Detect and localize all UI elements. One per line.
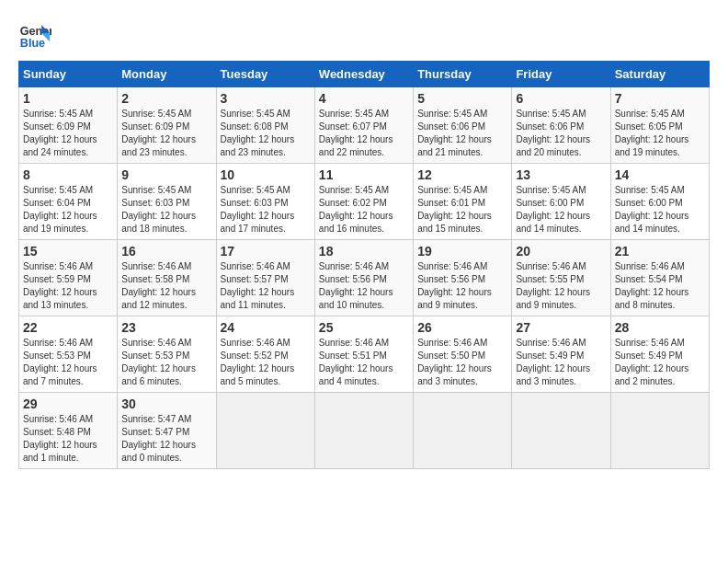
table-row — [216, 393, 314, 469]
day-number: 16 — [121, 244, 211, 259]
day-info: Sunrise: 5:45 AMSunset: 6:03 PMDaylight:… — [121, 185, 196, 234]
day-number: 27 — [516, 320, 606, 335]
day-number: 21 — [615, 244, 705, 259]
calendar-week-row: 1 Sunrise: 5:45 AMSunset: 6:09 PMDayligh… — [19, 87, 710, 164]
day-info: Sunrise: 5:45 AMSunset: 6:09 PMDaylight:… — [121, 109, 196, 157]
day-number: 25 — [319, 320, 409, 335]
day-number: 24 — [221, 320, 311, 335]
table-row — [414, 393, 512, 469]
table-row: 23 Sunrise: 5:46 AMSunset: 5:53 PMDaylig… — [118, 316, 216, 393]
svg-text:Blue: Blue — [20, 37, 45, 50]
day-number: 22 — [23, 320, 113, 335]
table-row — [512, 393, 610, 469]
table-row: 30 Sunrise: 5:47 AMSunset: 5:47 PMDaylig… — [118, 393, 216, 469]
table-row: 3 Sunrise: 5:45 AMSunset: 6:08 PMDayligh… — [216, 87, 314, 164]
day-info: Sunrise: 5:45 AMSunset: 6:03 PMDaylight:… — [221, 185, 295, 234]
table-row: 14 Sunrise: 5:45 AMSunset: 6:00 PMDaylig… — [610, 164, 709, 240]
table-row: 28 Sunrise: 5:46 AMSunset: 5:49 PMDaylig… — [610, 316, 709, 393]
day-number: 30 — [121, 396, 211, 411]
day-number: 12 — [417, 167, 507, 182]
col-friday: Friday — [512, 62, 610, 87]
table-row: 24 Sunrise: 5:46 AMSunset: 5:52 PMDaylig… — [216, 316, 314, 393]
col-thursday: Thursday — [414, 62, 512, 87]
table-row: 20 Sunrise: 5:46 AMSunset: 5:55 PMDaylig… — [512, 240, 610, 316]
table-row: 5 Sunrise: 5:45 AMSunset: 6:06 PMDayligh… — [414, 87, 512, 164]
day-number: 2 — [121, 91, 211, 106]
day-info: Sunrise: 5:45 AMSunset: 6:07 PMDaylight:… — [319, 109, 393, 157]
calendar-week-row: 15 Sunrise: 5:46 AMSunset: 5:59 PMDaylig… — [19, 240, 710, 316]
table-row: 12 Sunrise: 5:45 AMSunset: 6:01 PMDaylig… — [414, 164, 512, 240]
col-wednesday: Wednesday — [314, 62, 413, 87]
day-info: Sunrise: 5:45 AMSunset: 6:04 PMDaylight:… — [23, 185, 97, 234]
day-info: Sunrise: 5:45 AMSunset: 6:06 PMDaylight:… — [417, 109, 492, 157]
day-number: 7 — [615, 91, 705, 106]
table-row: 18 Sunrise: 5:46 AMSunset: 5:56 PMDaylig… — [314, 240, 413, 316]
day-number: 5 — [417, 91, 507, 106]
day-info: Sunrise: 5:46 AMSunset: 5:59 PMDaylight:… — [23, 261, 97, 310]
day-info: Sunrise: 5:47 AMSunset: 5:47 PMDaylight:… — [121, 414, 196, 463]
table-row: 2 Sunrise: 5:45 AMSunset: 6:09 PMDayligh… — [118, 87, 216, 164]
calendar-header-row: Sunday Monday Tuesday Wednesday Thursday… — [19, 62, 710, 87]
day-info: Sunrise: 5:46 AMSunset: 5:49 PMDaylight:… — [615, 338, 689, 386]
table-row: 27 Sunrise: 5:46 AMSunset: 5:49 PMDaylig… — [512, 316, 610, 393]
day-info: Sunrise: 5:46 AMSunset: 5:57 PMDaylight:… — [221, 261, 295, 310]
col-tuesday: Tuesday — [216, 62, 314, 87]
day-info: Sunrise: 5:45 AMSunset: 6:06 PMDaylight:… — [516, 109, 590, 157]
day-info: Sunrise: 5:45 AMSunset: 6:05 PMDaylight:… — [615, 109, 689, 157]
day-info: Sunrise: 5:46 AMSunset: 5:53 PMDaylight:… — [121, 338, 196, 386]
day-number: 1 — [23, 91, 113, 106]
calendar-week-row: 29 Sunrise: 5:46 AMSunset: 5:48 PMDaylig… — [19, 393, 710, 469]
day-number: 14 — [615, 167, 705, 182]
table-row: 10 Sunrise: 5:45 AMSunset: 6:03 PMDaylig… — [216, 164, 314, 240]
day-info: Sunrise: 5:45 AMSunset: 6:00 PMDaylight:… — [516, 185, 590, 234]
calendar-week-row: 22 Sunrise: 5:46 AMSunset: 5:53 PMDaylig… — [19, 316, 710, 393]
day-number: 9 — [121, 167, 211, 182]
table-row: 8 Sunrise: 5:45 AMSunset: 6:04 PMDayligh… — [19, 164, 118, 240]
day-info: Sunrise: 5:46 AMSunset: 5:55 PMDaylight:… — [516, 261, 590, 310]
table-row: 19 Sunrise: 5:46 AMSunset: 5:56 PMDaylig… — [414, 240, 512, 316]
calendar-table: Sunday Monday Tuesday Wednesday Thursday… — [18, 61, 710, 469]
table-row: 7 Sunrise: 5:45 AMSunset: 6:05 PMDayligh… — [610, 87, 709, 164]
table-row — [314, 393, 413, 469]
day-number: 3 — [221, 91, 311, 106]
table-row: 13 Sunrise: 5:45 AMSunset: 6:00 PMDaylig… — [512, 164, 610, 240]
day-info: Sunrise: 5:45 AMSunset: 6:01 PMDaylight:… — [417, 185, 492, 234]
day-number: 4 — [319, 91, 409, 106]
day-info: Sunrise: 5:46 AMSunset: 5:52 PMDaylight:… — [221, 338, 295, 386]
day-number: 20 — [516, 244, 606, 259]
table-row: 16 Sunrise: 5:46 AMSunset: 5:58 PMDaylig… — [118, 240, 216, 316]
day-number: 19 — [417, 244, 507, 259]
table-row: 4 Sunrise: 5:45 AMSunset: 6:07 PMDayligh… — [314, 87, 413, 164]
day-number: 10 — [221, 167, 311, 182]
day-number: 15 — [23, 244, 113, 259]
day-number: 8 — [23, 167, 113, 182]
table-row: 15 Sunrise: 5:46 AMSunset: 5:59 PMDaylig… — [19, 240, 118, 316]
day-number: 17 — [221, 244, 311, 259]
day-info: Sunrise: 5:45 AMSunset: 6:00 PMDaylight:… — [615, 185, 689, 234]
day-number: 28 — [615, 320, 705, 335]
day-info: Sunrise: 5:46 AMSunset: 5:54 PMDaylight:… — [615, 261, 689, 310]
table-row: 11 Sunrise: 5:45 AMSunset: 6:02 PMDaylig… — [314, 164, 413, 240]
table-row: 1 Sunrise: 5:45 AMSunset: 6:09 PMDayligh… — [19, 87, 118, 164]
col-saturday: Saturday — [610, 62, 709, 87]
table-row: 22 Sunrise: 5:46 AMSunset: 5:53 PMDaylig… — [19, 316, 118, 393]
calendar-week-row: 8 Sunrise: 5:45 AMSunset: 6:04 PMDayligh… — [19, 164, 710, 240]
table-row: 26 Sunrise: 5:46 AMSunset: 5:50 PMDaylig… — [414, 316, 512, 393]
col-sunday: Sunday — [19, 62, 118, 87]
table-row: 21 Sunrise: 5:46 AMSunset: 5:54 PMDaylig… — [610, 240, 709, 316]
page-header: General Blue — [18, 18, 710, 52]
table-row: 25 Sunrise: 5:46 AMSunset: 5:51 PMDaylig… — [314, 316, 413, 393]
day-info: Sunrise: 5:46 AMSunset: 5:49 PMDaylight:… — [516, 338, 590, 386]
col-monday: Monday — [118, 62, 216, 87]
day-info: Sunrise: 5:46 AMSunset: 5:51 PMDaylight:… — [319, 338, 393, 386]
day-info: Sunrise: 5:46 AMSunset: 5:50 PMDaylight:… — [417, 338, 492, 386]
day-number: 26 — [417, 320, 507, 335]
table-row — [610, 393, 709, 469]
day-info: Sunrise: 5:46 AMSunset: 5:48 PMDaylight:… — [23, 414, 97, 463]
table-row: 29 Sunrise: 5:46 AMSunset: 5:48 PMDaylig… — [19, 393, 118, 469]
day-info: Sunrise: 5:46 AMSunset: 5:56 PMDaylight:… — [417, 261, 492, 310]
day-number: 29 — [23, 396, 113, 411]
day-info: Sunrise: 5:45 AMSunset: 6:09 PMDaylight:… — [23, 109, 97, 157]
day-number: 13 — [516, 167, 606, 182]
table-row: 6 Sunrise: 5:45 AMSunset: 6:06 PMDayligh… — [512, 87, 610, 164]
